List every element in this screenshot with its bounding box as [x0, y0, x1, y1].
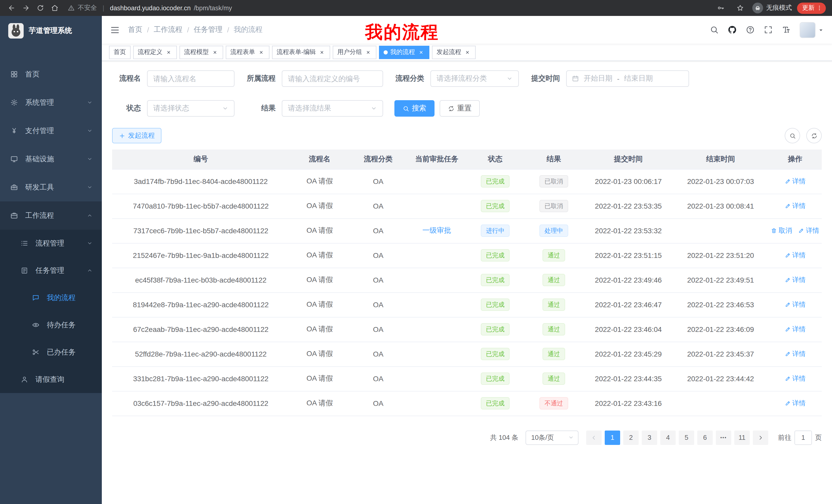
cancel-link[interactable]: 取消 — [771, 226, 792, 235]
page-button-6[interactable]: 6 — [697, 430, 713, 445]
page-button-3[interactable]: 3 — [642, 430, 657, 445]
cell-result: 已取消 — [524, 169, 584, 194]
close-icon[interactable]: × — [258, 49, 265, 56]
goto-page-input[interactable] — [795, 430, 812, 445]
chevron-down-icon — [87, 185, 93, 190]
category-select[interactable]: 请选择流程分类 — [431, 71, 519, 87]
close-icon[interactable]: × — [418, 49, 425, 56]
cell-result: 通过 — [524, 268, 584, 292]
breadcrumb-item[interactable]: 工作流程 — [154, 25, 183, 34]
sidebar-item-workflow[interactable]: 工作流程 — [0, 201, 102, 230]
create-process-button[interactable]: 发起流程 — [112, 128, 161, 143]
date-range-picker[interactable]: 开始日期 - 结束日期 — [566, 71, 689, 87]
create-process-label: 发起流程 — [128, 131, 155, 140]
tab-process-model[interactable]: 流程模型× — [179, 46, 223, 59]
github-icon[interactable] — [728, 25, 737, 34]
detail-link[interactable]: 详情 — [784, 325, 806, 334]
search-icon[interactable] — [710, 25, 719, 34]
sidebar-item-process-management[interactable]: 流程管理 — [0, 230, 102, 257]
cell-task: 一级审批 — [407, 218, 467, 243]
tab-my-process[interactable]: 我的流程× — [379, 46, 430, 59]
sidebar-item-system[interactable]: 系统管理 — [0, 88, 102, 117]
sidebar-item-label: 支付管理 — [25, 126, 87, 135]
key-icon[interactable] — [713, 1, 728, 15]
close-icon[interactable]: × — [165, 49, 172, 56]
detail-link[interactable]: 详情 — [784, 399, 806, 408]
close-icon[interactable]: × — [365, 49, 372, 56]
close-icon[interactable]: × — [464, 49, 471, 56]
result-placeholder: 请选择流结果 — [288, 104, 371, 113]
result-tag: 已取消 — [539, 200, 568, 212]
task-link[interactable]: 一级审批 — [422, 226, 451, 234]
next-page-button[interactable] — [753, 430, 768, 445]
bookmark-star-icon[interactable] — [733, 1, 747, 15]
breadcrumb-item[interactable]: 任务管理 — [194, 25, 223, 34]
tab-process-form-edit[interactable]: 流程表单-编辑× — [272, 46, 330, 59]
browser-reload-icon[interactable] — [33, 1, 47, 15]
address-bar[interactable]: 不安全 | dashboard.yudao.iocoder.cn/bpm/tas… — [68, 4, 713, 12]
sidebar-item-leave-query[interactable]: 请假查询 — [0, 366, 102, 393]
sidebar-item-home[interactable]: 首页 — [0, 60, 102, 88]
hamburger-icon[interactable] — [110, 25, 120, 35]
status-tag: 已完成 — [481, 175, 510, 188]
page-button-11[interactable]: 11 — [734, 430, 750, 445]
cell-end-time: 2022-01-22 23:51:20 — [673, 243, 769, 268]
sidebar-item-todo-task[interactable]: 待办任务 — [0, 311, 102, 339]
close-icon[interactable]: × — [211, 49, 218, 56]
sidebar-item-my-process[interactable]: 我的流程 — [0, 284, 102, 311]
tab-process-definition[interactable]: 流程定义× — [133, 46, 177, 59]
tab-start-process[interactable]: 发起流程× — [432, 46, 476, 59]
status-select[interactable]: 请选择状态 — [147, 100, 234, 117]
detail-link[interactable]: 详情 — [784, 201, 806, 211]
user-avatar[interactable] — [800, 22, 824, 38]
toggle-search-button[interactable] — [785, 128, 800, 143]
browser-menu-icon[interactable] — [816, 5, 823, 11]
sidebar-item-done-task[interactable]: 已办任务 — [0, 339, 102, 366]
page-button-1[interactable]: 1 — [605, 430, 620, 445]
page-button-4[interactable]: 4 — [660, 430, 676, 445]
search-button[interactable]: 搜索 — [394, 100, 435, 117]
detail-link[interactable]: 详情 — [798, 226, 819, 235]
process-definition-input[interactable] — [282, 71, 383, 87]
detail-link[interactable]: 详情 — [784, 300, 806, 309]
font-size-icon[interactable] — [782, 25, 791, 34]
sidebar-item-task-management[interactable]: 任务管理 — [0, 257, 102, 284]
pager-ellipsis[interactable]: ••• — [716, 430, 731, 445]
update-button[interactable]: 更新 — [797, 2, 826, 13]
browser-home-icon[interactable] — [47, 1, 62, 15]
tab-label: 首页 — [114, 48, 126, 57]
reset-button[interactable]: 重置 — [440, 100, 480, 117]
cell-end-time: 2022-01-22 23:45:37 — [673, 342, 769, 366]
detail-link[interactable]: 详情 — [784, 275, 806, 285]
sidebar-item-infrastructure[interactable]: 基础设施 — [0, 145, 102, 173]
page-button-2[interactable]: 2 — [623, 430, 639, 445]
calendar-icon — [572, 75, 579, 82]
detail-link[interactable]: 详情 — [784, 349, 806, 359]
detail-link[interactable]: 详情 — [784, 374, 806, 383]
process-name-input[interactable] — [147, 71, 234, 87]
sidebar-item-devtools[interactable]: 研发工具 — [0, 173, 102, 201]
close-icon[interactable]: × — [318, 49, 326, 56]
browser-back-icon[interactable] — [4, 1, 19, 15]
tab-process-form[interactable]: 流程表单× — [226, 46, 269, 59]
browser-forward-icon[interactable] — [19, 1, 33, 15]
result-tag: 通过 — [543, 274, 565, 286]
eye-icon — [32, 321, 40, 329]
result-select[interactable]: 请选择流结果 — [282, 100, 383, 117]
tab-home[interactable]: 首页 — [109, 46, 131, 59]
breadcrumb-item[interactable]: 首页 — [128, 25, 142, 34]
page-button-5[interactable]: 5 — [679, 430, 694, 445]
tab-user-group[interactable]: 用户分组× — [333, 46, 376, 59]
page-size-select[interactable]: 10条/页 — [525, 430, 578, 445]
sidebar-item-label: 请假查询 — [35, 375, 93, 384]
help-icon[interactable] — [746, 25, 755, 34]
refresh-table-button[interactable] — [806, 128, 822, 143]
prev-page-button[interactable] — [586, 430, 602, 445]
sidebar-item-payment[interactable]: 支付管理 — [0, 117, 102, 145]
fullscreen-icon[interactable] — [763, 25, 773, 34]
detail-link[interactable]: 详情 — [784, 177, 806, 186]
detail-link[interactable]: 详情 — [784, 251, 806, 260]
sidebar-menu: 首页系统管理支付管理基础设施研发工具工作流程流程管理任务管理我的流程待办任务已办… — [0, 46, 102, 393]
cell-category: OA — [350, 292, 407, 317]
cell-name: OA 请假 — [289, 218, 350, 243]
